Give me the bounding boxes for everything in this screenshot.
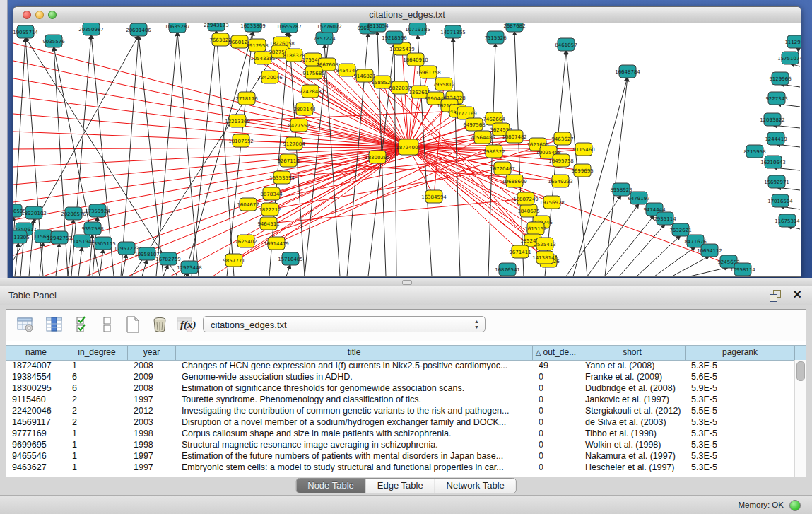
select-all-icon[interactable]	[74, 315, 93, 334]
column-header-title[interactable]: title	[176, 346, 533, 360]
graph-node-label: 2803144	[293, 107, 316, 112]
graph-node-label: 16914479	[264, 241, 289, 247]
table-cell: 1	[66, 439, 128, 450]
tab-edge-table[interactable]: Edge Table	[366, 479, 435, 493]
table-cell: 0	[533, 405, 579, 416]
column-header-short[interactable]: short	[579, 346, 686, 360]
graph-node-label: 18300295	[365, 155, 390, 160]
table-cell: de Silva et al. (2003)	[579, 416, 686, 428]
table-cell: 1	[66, 428, 128, 439]
graph-node-label: 16549233	[548, 179, 573, 185]
table-cell: 2	[66, 394, 128, 405]
graph-node-label: 18325419	[389, 47, 415, 52]
table-cell: 1998	[128, 428, 176, 439]
delete-columns-icon[interactable]	[151, 315, 169, 334]
table-panel-header: Table Panel ✕	[0, 286, 812, 306]
new-column-icon[interactable]	[124, 315, 142, 334]
graph-node-label: 8958923	[610, 187, 632, 193]
table-row[interactable]: 946362711997Embryonic stem cells: a mode…	[6, 462, 795, 473]
graph-node-label: 18920103	[21, 211, 47, 216]
table-cell: 2	[66, 416, 128, 428]
graph-node-label: 15692971	[764, 180, 789, 185]
graph-node-label: 16720467	[490, 166, 515, 172]
graph-node-label: 9777169	[454, 111, 476, 117]
table-row[interactable]: 1830029562008Estimation of significance …	[6, 382, 795, 394]
graph-node-label: 3913305	[13, 235, 30, 240]
graph-node-label: 8878344	[260, 192, 283, 197]
table-row[interactable]: 977716911998Corpus callosum shape and si…	[6, 428, 795, 439]
table-row[interactable]: 911546021997Tourette syndrome. Phenomeno…	[6, 394, 795, 405]
combo-stepper-icon: ▲▼	[474, 319, 479, 330]
graph-node-label: 16876541	[495, 267, 520, 273]
graph-node-label: 20691406	[126, 28, 151, 33]
graph-node-label: 9474444	[643, 207, 666, 213]
column-header-out_de[interactable]: △out_de...	[533, 346, 579, 360]
scrollbar-thumb[interactable]	[796, 361, 805, 381]
table-row[interactable]: 1938455462009Genome-wide association stu…	[6, 371, 795, 382]
table-cell: 5.3E-5	[686, 394, 795, 405]
deselect-all-icon[interactable]	[98, 315, 117, 334]
memory-status-icon	[789, 500, 801, 511]
graph-node-label: 1604677	[237, 202, 259, 208]
table-cell: Yano et al. (2008)	[579, 360, 686, 371]
table-row[interactable]: 946554611997Estimation of the future num…	[6, 450, 795, 462]
network-window-titlebar[interactable]: citations_edges.txt	[13, 7, 801, 23]
graph-node-label: 10958114	[730, 267, 755, 273]
network-window[interactable]: citations_edges.txt 18724007766382296601…	[13, 6, 801, 277]
graph-node-label: 9463627	[551, 136, 573, 142]
show-columns-icon[interactable]	[45, 315, 64, 334]
graph-node-label: 10688609	[502, 179, 527, 185]
table-row[interactable]: 969969511998Structural magnetic resonanc…	[6, 439, 795, 450]
table-cell: Structural magnetic resonance image aver…	[176, 439, 533, 450]
table-row[interactable]: 1456911722003Disruption of a novel membe…	[6, 416, 795, 428]
graph-node-label: 1615152	[524, 226, 546, 232]
graph-node-label: 20350987	[78, 27, 104, 33]
table-cell: 1	[66, 462, 128, 473]
table-cell: 0	[533, 439, 579, 450]
table-mode-icon[interactable]	[16, 315, 35, 334]
float-panel-icon[interactable]	[770, 290, 781, 301]
graph-node-label: 8427552	[288, 123, 310, 129]
graph-node-label: 15716485	[278, 257, 303, 262]
table-header-row: namein_degreeyeartitle△out_de...shortpag…	[6, 345, 806, 361]
column-header-pagerank[interactable]: pagerank	[686, 346, 795, 360]
graph-node-label: 7986322	[483, 149, 505, 155]
table-vertical-scrollbar[interactable]	[794, 360, 806, 477]
graph-node-label: 22943173	[204, 23, 229, 28]
table-source-select[interactable]: citations_edges.txt ▲▼	[203, 316, 486, 332]
tab-node-table[interactable]: Node Table	[296, 479, 366, 493]
column-header-year[interactable]: year	[128, 346, 176, 360]
graph-node-label: 9035576	[42, 39, 65, 45]
graph-node-label: 6497568	[463, 122, 485, 128]
table-row[interactable]: 1872400712008Changes of HCN gene express…	[6, 360, 795, 371]
column-header-in_degree[interactable]: in_degree	[66, 346, 128, 360]
graph-node-label: 18640910	[403, 57, 428, 63]
column-header-name[interactable]: name	[6, 346, 66, 360]
graph-node-label: 14071355	[440, 30, 466, 35]
table-cell: Changes of HCN gene expression and I(f) …	[176, 360, 533, 371]
graph-node-label: 2525413	[534, 242, 555, 247]
graph-node-label: 9464511	[257, 221, 279, 227]
table-cell: 2	[66, 405, 128, 416]
table-cell: 6	[66, 371, 128, 382]
table-cell: 1	[66, 360, 128, 371]
table-cell: Estimation of significance thresholds fo…	[176, 382, 533, 394]
table-panel-title: Table Panel	[8, 290, 57, 300]
graph-node-label: 16961758	[416, 70, 441, 76]
network-canvas[interactable]: 1872400776638229660124991295818226058105…	[13, 23, 801, 276]
table-cell: 2009	[128, 371, 176, 382]
graph-node-label: 12942757	[47, 235, 72, 241]
tab-network-table[interactable]: Network Table	[435, 479, 516, 493]
function-builder-icon[interactable]: f(x)	[180, 315, 203, 334]
table-cell: Embryonic stem cells: a model to study s…	[176, 462, 533, 473]
graph-node-label: 11675314	[775, 218, 800, 224]
table-row[interactable]: 2242004622012Investigating the contribut…	[6, 405, 795, 416]
close-panel-icon[interactable]: ✕	[793, 288, 802, 301]
graph-node-label: 19055714	[13, 30, 38, 35]
graph-node-label: 7632621	[669, 228, 691, 233]
graph-node-label: 17016504	[767, 199, 793, 204]
splitter-handle-icon[interactable]	[402, 280, 412, 285]
table-cell: Dudbridge et al. (2008)	[579, 382, 686, 394]
table-cell: 1997	[128, 450, 176, 462]
table-cell: Jankovic et al. (1997)	[579, 394, 686, 405]
